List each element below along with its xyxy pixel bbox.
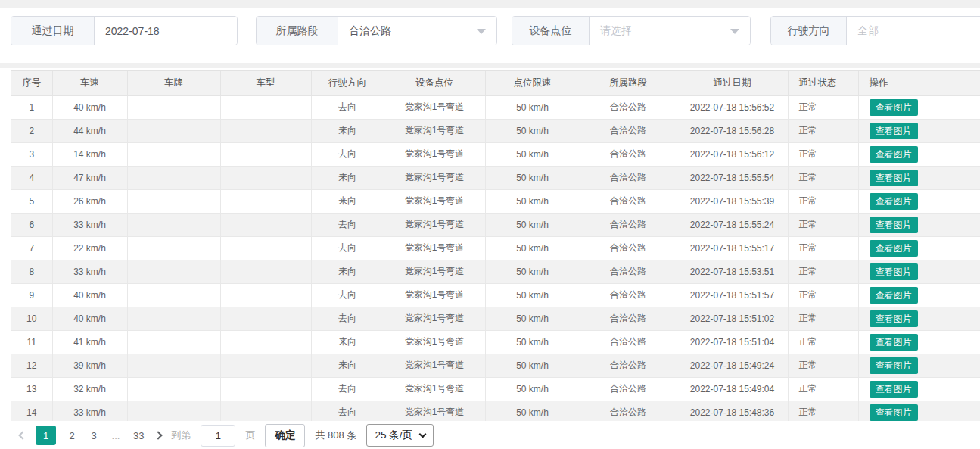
direction-label: 行驶方向	[771, 17, 847, 45]
view-image-button[interactable]: 查看图片	[870, 240, 918, 257]
view-image-button[interactable]: 查看图片	[870, 287, 918, 304]
cell-plate	[127, 401, 220, 421]
page-ellipsis: ...	[110, 426, 122, 445]
cell-speed: 32 km/h	[52, 377, 127, 401]
view-image-button[interactable]: 查看图片	[870, 123, 918, 139]
view-image-button[interactable]: 查看图片	[870, 357, 918, 374]
page-button-3[interactable]: 3	[88, 426, 100, 445]
cell-no: 2	[11, 119, 52, 142]
cell-no: 1	[11, 95, 52, 119]
cell-no: 10	[11, 307, 52, 330]
cell-device: 党家沟1号弯道	[384, 213, 485, 236]
view-image-button[interactable]: 查看图片	[870, 99, 918, 116]
cell-road: 合洽公路	[580, 142, 677, 166]
table-row: 314 km/h去向党家沟1号弯道50 km/h合洽公路2022-07-18 1…	[11, 142, 980, 166]
cell-action: 查看图片	[858, 307, 980, 330]
view-image-button[interactable]: 查看图片	[870, 310, 918, 327]
cell-model	[220, 377, 311, 401]
cell-speed: 44 km/h	[52, 119, 127, 142]
view-image-button[interactable]: 查看图片	[870, 381, 918, 398]
cell-status: 正常	[788, 330, 858, 354]
cell-model	[220, 166, 311, 189]
cell-status: 正常	[788, 377, 858, 401]
page-button-1[interactable]: 1	[36, 426, 56, 445]
filter-road-section: 所属路段 合洽公路	[256, 16, 497, 45]
table-row: 244 km/h来向党家沟1号弯道50 km/h合洽公路2022-07-18 1…	[11, 119, 980, 142]
table-row: 1040 km/h去向党家沟1号弯道50 km/h合洽公路2022-07-18 …	[11, 307, 980, 330]
page-size-select[interactable]: 25 条/页	[366, 424, 434, 447]
cell-direction: 来向	[311, 260, 384, 283]
page-button-33[interactable]: 33	[132, 426, 145, 445]
cell-no: 6	[11, 213, 52, 236]
cell-limit: 50 km/h	[485, 283, 580, 307]
cell-time: 2022-07-18 15:56:28	[677, 119, 788, 142]
table-row: 1332 km/h去向党家沟1号弯道50 km/h合洽公路2022-07-18 …	[11, 377, 980, 401]
cell-action: 查看图片	[858, 189, 980, 213]
cell-model	[220, 401, 311, 421]
cell-plate	[127, 189, 220, 213]
next-page-button[interactable]	[155, 432, 161, 438]
table-row: 833 km/h来向党家沟1号弯道50 km/h合洽公路2022-07-18 1…	[11, 260, 980, 283]
cell-direction: 来向	[311, 189, 384, 213]
cell-speed: 47 km/h	[52, 166, 127, 189]
view-image-button[interactable]: 查看图片	[870, 170, 918, 186]
cell-time: 2022-07-18 15:55:39	[677, 189, 788, 213]
cell-device: 党家沟1号弯道	[384, 119, 485, 142]
filter-pass-date: 通过日期	[11, 16, 238, 45]
pass-date-input[interactable]	[105, 25, 226, 37]
cell-time: 2022-07-18 15:48:36	[677, 401, 788, 421]
confirm-button[interactable]: 确定	[265, 424, 305, 447]
table-row: 633 km/h去向党家沟1号弯道50 km/h合洽公路2022-07-18 1…	[11, 213, 980, 236]
cell-road: 合洽公路	[580, 330, 677, 354]
cell-model	[220, 330, 311, 354]
cell-device: 党家沟1号弯道	[384, 95, 485, 119]
cell-direction: 去向	[311, 401, 384, 421]
cell-plate	[127, 119, 220, 142]
cell-action: 查看图片	[858, 283, 980, 307]
cell-status: 正常	[788, 119, 858, 142]
cell-limit: 50 km/h	[485, 95, 580, 119]
cell-speed: 14 km/h	[52, 142, 127, 166]
view-image-button[interactable]: 查看图片	[870, 263, 918, 280]
cell-status: 正常	[788, 401, 858, 421]
cell-limit: 50 km/h	[485, 189, 580, 213]
cell-road: 合洽公路	[580, 401, 677, 421]
road-section-select[interactable]: 合洽公路	[338, 17, 496, 45]
cell-action: 查看图片	[858, 377, 980, 401]
view-image-button[interactable]: 查看图片	[870, 217, 918, 233]
cell-model	[220, 307, 311, 330]
cell-limit: 50 km/h	[485, 377, 580, 401]
view-image-button[interactable]: 查看图片	[870, 404, 918, 421]
direction-placeholder: 全部	[857, 24, 879, 38]
cell-direction: 来向	[311, 354, 384, 377]
prev-page-button[interactable]	[20, 432, 26, 438]
view-image-button[interactable]: 查看图片	[870, 193, 918, 210]
page-button-2[interactable]: 2	[66, 426, 78, 445]
device-point-select[interactable]: 请选择	[590, 17, 750, 45]
road-section-value: 合洽公路	[349, 24, 391, 38]
direction-select[interactable]: 全部	[847, 17, 980, 45]
chevron-down-icon	[418, 430, 426, 438]
cell-model	[220, 354, 311, 377]
cell-no: 5	[11, 189, 52, 213]
cell-limit: 50 km/h	[485, 119, 580, 142]
cell-limit: 50 km/h	[485, 401, 580, 421]
cell-device: 党家沟1号弯道	[384, 307, 485, 330]
table-row: 140 km/h去向党家沟1号弯道50 km/h合洽公路2022-07-18 1…	[11, 95, 980, 119]
cell-no: 3	[11, 142, 52, 166]
cell-action: 查看图片	[858, 213, 980, 236]
cell-device: 党家沟1号弯道	[384, 330, 485, 354]
view-image-button[interactable]: 查看图片	[870, 146, 918, 163]
chevron-left-icon	[18, 431, 26, 439]
cell-status: 正常	[788, 236, 858, 260]
cell-road: 合洽公路	[580, 236, 677, 260]
cell-speed: 33 km/h	[52, 213, 127, 236]
cell-no: 11	[11, 330, 52, 354]
goto-page-input[interactable]	[201, 425, 235, 447]
cell-plate	[127, 283, 220, 307]
cell-model	[220, 142, 311, 166]
cell-direction: 来向	[311, 119, 384, 142]
view-image-button[interactable]: 查看图片	[870, 334, 918, 351]
cell-time: 2022-07-18 15:55:24	[677, 213, 788, 236]
cell-status: 正常	[788, 354, 858, 377]
